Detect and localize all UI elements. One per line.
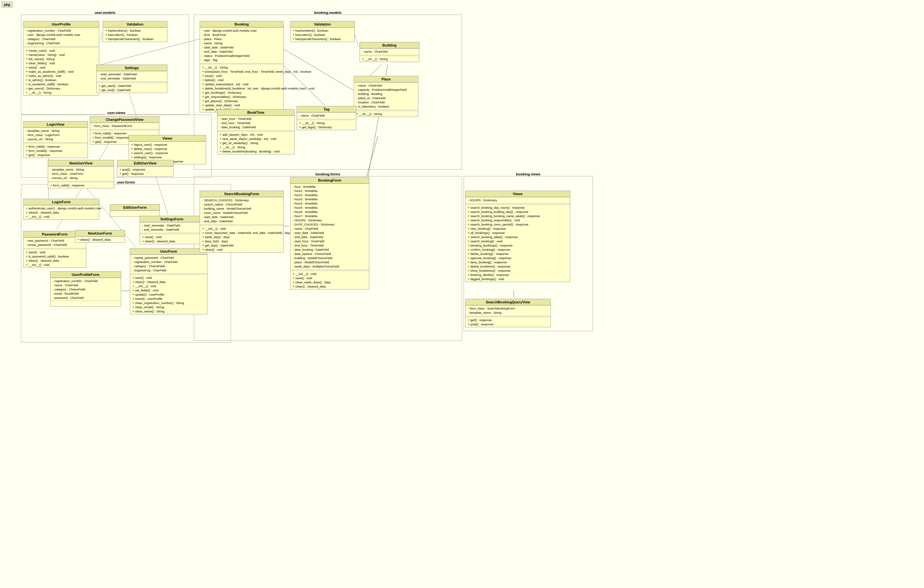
class-booking-methods: + __str__() : String + exists(start_hour…	[200, 64, 283, 112]
class-building-attrs: - name : CharField	[360, 48, 419, 54]
class-userprofile: UserProfile - registration_number : Char…	[23, 21, 99, 96]
class-userprofile-methods: + create_user() : void + name(name : Str…	[23, 48, 99, 95]
class-place: Place - name : CharField - capacity : Po…	[354, 76, 418, 117]
class-validation-bm-methods: + hasNumbers() : boolean + hasLetters() …	[290, 28, 355, 42]
class-userprofileform-attrs: - registration_number : CharField - name…	[50, 278, 121, 301]
class-loginview: LoginView - template_name : String - for…	[23, 121, 88, 158]
class-place-attrs: - name : CharField - capacity : Positive…	[354, 83, 418, 109]
class-booking-attrs: - user : django.contrib.auth.models.User…	[200, 28, 283, 63]
class-loginview-title: LoginView	[23, 122, 87, 127]
class-booktime-attrs: - start_hour : TimeField - end_hour : Ti…	[218, 116, 294, 130]
class-loginview-methods: + form_valid() : response + form_invalid…	[23, 144, 87, 158]
class-views-booking: Views - HOURS : Dictionary + search_book…	[465, 191, 570, 282]
class-booktime-title: BookTime	[218, 109, 294, 116]
class-searchbookingqueryview-methods: + get() : response + post() : response	[465, 317, 551, 327]
class-views-user-title: Views	[129, 135, 206, 142]
class-newuserform: NewUserForm + clean() : cleaned_data	[75, 230, 125, 243]
class-loginview-attrs: - template_name : String - form_class : …	[23, 127, 87, 142]
class-searchbookingform-methods: + __init__() : void + count_days(start_d…	[200, 226, 283, 252]
class-edituserview-methods: + post() : response + get() : response	[117, 167, 173, 177]
class-place-methods: + __str__() : String	[354, 111, 418, 117]
class-changepasswordview-attrs: - form_class : PasswordForm	[90, 123, 159, 129]
class-settings-attrs: - start_semester : DateField - end_semes…	[97, 71, 167, 81]
class-userform: UserForm - repeat_password : CharField -…	[130, 248, 208, 314]
class-userform-methods: + save() : void + clean() : cleaned_data…	[130, 274, 207, 314]
class-newuserform-title: NewUserForm	[75, 230, 125, 236]
class-searchbookingform-attrs: - SEARCH_CHOICES : Dictionary - search_o…	[200, 197, 283, 224]
class-passwordform-methods: + save() : void + is_password_valid() : …	[23, 249, 86, 268]
ns-booking-forms-label: booking.forms	[314, 172, 342, 176]
class-settingsform-attrs: - start_semester : DateField - end_semes…	[140, 222, 204, 232]
class-validation-bm: Validation + hasNumbers() : boolean + ha…	[290, 21, 355, 42]
class-tag-methods: + __str__() : String + get_tags() : Dict…	[297, 120, 356, 130]
class-newuserview-title: NewUserView	[48, 160, 114, 167]
class-building-methods: + __str__() : String	[360, 56, 419, 62]
class-newuserview-attrs: - template_name : String - form_class : …	[48, 167, 114, 181]
class-bookingform: BookingForm - hour : timedelta - hour1 :…	[290, 177, 369, 289]
class-userprofileform-methods	[50, 301, 121, 306]
class-booktime: BookTime - start_hour : TimeField - end_…	[217, 109, 295, 154]
class-userprofile-title: UserProfile	[23, 21, 99, 28]
class-settings-title: Settings	[97, 65, 167, 71]
class-loginform-title: LoginForm	[23, 199, 99, 205]
class-newuserview-methods: + form_valid() : response	[48, 182, 114, 188]
class-settingsform-title: SettingsForm	[140, 216, 204, 222]
class-validation-um: Validation + hasNumbers() : boolean + ha…	[103, 21, 167, 42]
class-edituserview: EditUserView + post() : response + get()…	[117, 160, 173, 177]
class-validation-bm-title: Validation	[290, 21, 355, 28]
pkg-label: pkg	[2, 2, 13, 7]
ns-user-models-label: user.models	[93, 11, 117, 15]
class-loginform-methods: + authenticate_user() : django.contrib.a…	[23, 205, 99, 220]
class-tag: Tag - name : CharField + __str__() : Str…	[297, 106, 356, 130]
class-userprofile-attrs: - registration_number : CharField - user…	[23, 28, 99, 46]
class-views-booking-title: Views	[465, 191, 570, 197]
class-booking-title: Booking	[200, 21, 283, 28]
class-settingsform: SettingsForm - start_semester : DateFiel…	[140, 216, 204, 244]
canvas: pkg user.mo	[0, 0, 924, 588]
class-changepasswordview-title: ChangePasswordView	[90, 117, 159, 123]
class-searchbookingqueryview-attrs: - form_class : SearchBookingForm - templ…	[465, 305, 551, 315]
ns-user-forms-label: user.forms	[115, 180, 137, 184]
class-edituserform-title: EditUserForm	[110, 205, 160, 211]
class-place-title: Place	[354, 76, 418, 83]
class-userform-title: UserForm	[130, 248, 207, 254]
class-building-title: Building	[360, 42, 419, 48]
class-booking: Booking - user : django.contrib.auth.mod…	[200, 21, 284, 112]
class-settings-methods: + get_start() : DateField + get_end() : …	[97, 83, 167, 93]
class-settingsform-methods: + save() : void + clean() : cleaned_data	[140, 234, 204, 244]
class-userform-attrs: - repeat_password : CharField - registra…	[130, 254, 207, 273]
class-validation-um-title: Validation	[103, 21, 167, 28]
class-userprofileform: UserProfileForm - registration_number : …	[50, 271, 121, 307]
class-searchbookingform-title: SearchBookingForm	[200, 191, 283, 197]
class-bookingform-methods: + __init__() : void + save() : void + cl…	[290, 271, 369, 289]
class-bookingform-title: BookingForm	[290, 177, 369, 183]
class-views-booking-attrs: - HOURS : Dictionary	[465, 197, 570, 203]
class-loginform: LoginForm + authenticate_user() : django…	[23, 199, 99, 220]
class-validation-um-methods: + hasNumbers() : boolean + hasLetters() …	[103, 28, 167, 42]
class-newuserform-methods: + clean() : cleaned_data	[75, 236, 125, 242]
class-settings: Settings - start_semester : DateField - …	[96, 64, 167, 93]
class-bookingform-attrs: - hour : timedelta - hour1 : timedelta -…	[290, 183, 369, 269]
ns-booking-models-label: booking.models	[312, 11, 343, 15]
class-searchbookingqueryview-title: SearchBookingQueryView	[465, 299, 551, 305]
class-tag-attrs: - name : CharField	[297, 112, 356, 118]
class-searchbookingqueryview: SearchBookingQueryView - form_class : Se…	[465, 299, 551, 327]
class-views-booking-methods: + search_booking_day_room() : response +…	[465, 205, 570, 282]
class-searchbookingform: SearchBookingForm - SEARCH_CHOICES : Dic…	[200, 191, 284, 253]
class-tag-title: Tag	[297, 106, 356, 112]
class-building: Building - name : CharField + __str__() …	[360, 42, 419, 62]
class-userprofileform-title: UserProfileForm	[50, 272, 121, 278]
class-edituserform: EditUserForm	[110, 204, 160, 217]
ns-booking-views-label: booking.views	[514, 172, 543, 176]
class-booktime-methods: + add_days(nr_days : int) : void + next_…	[218, 132, 294, 154]
class-newuserview: NewUserView - template_name : String - f…	[48, 160, 114, 188]
ns-user-views-label: user.views	[105, 111, 127, 115]
class-edituserview-title: EditUserView	[117, 160, 173, 167]
